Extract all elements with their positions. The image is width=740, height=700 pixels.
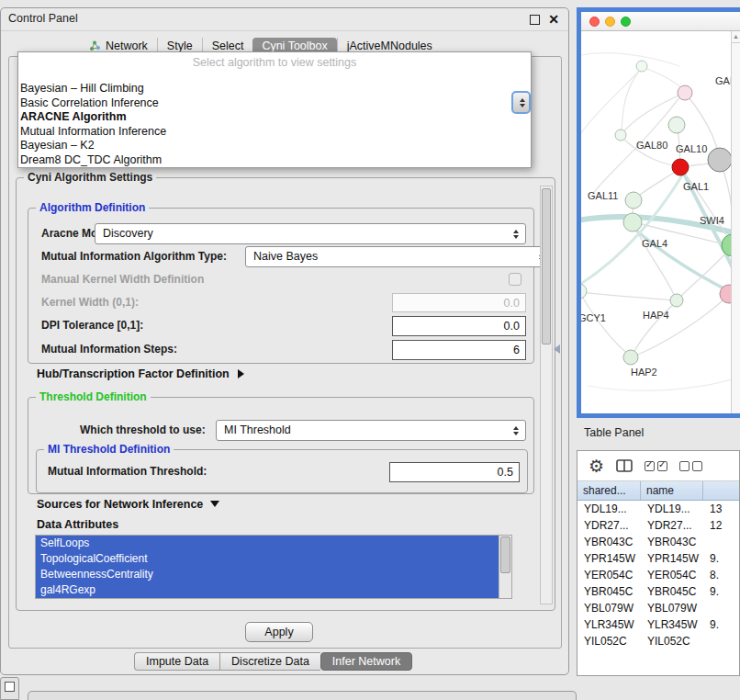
network-node[interactable] [678,85,692,100]
mi-algorithm-type-combobox[interactable]: Naive Bayes [245,246,552,267]
network-canvas[interactable]: GAL7GAL80GAL10GAL11GAL1SWI4GAL4GCY1HAP4H… [581,31,740,413]
algorithm-option[interactable]: Basic Correlation Inference [18,96,531,111]
minimize-traffic-light[interactable] [605,17,615,27]
algorithm-option[interactable]: Dream8 DC_TDC Algorithm [18,153,531,168]
scroll-up-icon[interactable]: ▲ [732,31,740,43]
node-label: GAL80 [636,140,667,151]
table-row[interactable]: YER054CYER054C8. [577,567,739,583]
network-node[interactable] [672,159,689,175]
network-edge[interactable] [581,53,679,66]
algorithm-option[interactable]: Mutual Information Inference [18,125,531,140]
network-node[interactable] [623,350,638,365]
network-node[interactable] [636,61,647,72]
column-header[interactable]: name [641,481,703,500]
table-header: shared...name [577,481,739,501]
data-attribute-item[interactable]: BetweennessCentrality [36,567,499,582]
table-cell: YLR345W [577,616,641,633]
table-panel-window: ⚙ shared...name YDL19...YDL19...13YDR27.… [577,450,740,676]
tab-impute-data[interactable]: Impute Data [134,652,219,671]
zoom-traffic-light[interactable] [621,17,631,27]
table-row[interactable]: YLR345WYLR345W9. [577,616,739,633]
checked-box-icon [657,461,667,471]
apply-button[interactable]: Apply [245,622,313,642]
combobox-arrows-icon [513,230,519,239]
select-all-icon[interactable] [645,461,667,471]
close-icon[interactable]: ✕ [548,13,559,26]
list-scrollbar[interactable] [499,536,511,598]
desktop: Control Panel ✕ Network Style Select Cyn… [0,0,740,700]
dropdown-placeholder: Select algorithm to view settings [18,55,531,71]
network-edge[interactable] [581,292,629,355]
float-window-icon[interactable] [530,15,540,25]
columns-icon[interactable] [616,459,633,472]
settings-scrollbar[interactable] [540,186,553,604]
tab-infer-network[interactable]: Infer Network [320,652,412,671]
aracne-mode-combobox[interactable]: Discovery [95,223,526,244]
table-cell: YBR043C [641,534,703,550]
network-node[interactable] [708,148,732,172]
table-cell [703,633,739,649]
dpi-tolerance-field[interactable] [392,316,526,336]
manual-kernel-checkbox[interactable] [509,273,521,286]
hub-definition-toggle[interactable]: Hub/Transcription Factor Definition [37,367,244,380]
network-scrollbar[interactable]: ▲ [731,31,740,413]
network-svg[interactable]: GAL7GAL80GAL10GAL11GAL1SWI4GAL4GCY1HAP4H… [581,31,740,413]
algorithm-option[interactable]: Bayesian – K2 [18,139,531,153]
combobox-arrows-icon [520,98,525,107]
hub-definition-label: Hub/Transcription Factor Definition [37,367,230,380]
table-row[interactable]: YDR27...YDR27...12 [577,517,739,534]
algorithm-combobox-button[interactable] [511,91,531,114]
network-node[interactable] [625,192,642,209]
kernel-width-field[interactable] [392,293,526,312]
threshold-combobox[interactable]: MI Threshold [216,420,526,441]
table-row[interactable]: YBR045CYBR045C9. [577,583,739,600]
network-node[interactable] [670,294,683,307]
network-edge[interactable] [622,68,642,132]
table-cell: YIL052C [577,633,641,649]
network-node[interactable] [581,284,587,299]
algorithm-option[interactable]: ARACNE Algorithm [18,110,531,125]
sources-toggle[interactable]: Sources for Network Inference [37,498,219,511]
table-cell: YBL079W [641,600,703,616]
network-edge[interactable] [581,68,642,138]
table-row[interactable]: YDL19...YDL19...13 [577,501,739,517]
network-node[interactable] [668,117,685,133]
table-row[interactable]: YBL079WYBL079W [577,600,739,616]
table-cell: YIL052C [641,633,703,649]
column-header[interactable]: shared... [577,481,641,500]
table-cell: YBR043C [577,534,641,550]
table-row[interactable]: YIL052CYIL052C [577,633,739,649]
minimized-panel-icon[interactable] [0,677,19,700]
network-node[interactable] [623,213,642,231]
column-header[interactable] [703,481,739,500]
minimized-bar[interactable] [28,691,577,700]
network-node[interactable] [615,130,626,141]
settings-scrollbar-thumb[interactable] [542,188,551,344]
data-attribute-item[interactable]: TopologicalCoefficient [36,551,499,567]
mi-threshold-field[interactable] [389,462,520,482]
deselect-all-icon[interactable] [679,461,702,471]
list-scrollbar-thumb[interactable] [500,536,510,573]
close-traffic-light[interactable] [589,17,600,27]
table-cell: 13 [703,501,739,517]
table-row[interactable]: YBR043CYBR043C [577,534,739,550]
tab-label: Select [212,40,244,52]
mi-threshold-label: Mutual Information Threshold: [48,465,207,478]
table-cell: 8. [703,567,739,583]
control-panel-titlebar[interactable]: Control Panel ✕ [1,8,568,31]
network-edge[interactable] [581,292,674,300]
panel-resize-arrow-icon[interactable] [554,344,560,354]
network-edge[interactable] [634,169,679,199]
data-attribute-item[interactable]: gal4RGexp [36,582,499,598]
network-edge[interactable] [643,67,683,89]
combobox-arrows-icon [513,426,519,435]
gear-icon[interactable]: ⚙ [589,457,604,475]
data-attribute-item[interactable]: SelfLoops [36,536,499,551]
network-window-titlebar[interactable] [581,12,740,31]
mi-steps-field[interactable] [392,340,526,360]
tab-discretize-data[interactable]: Discretize Data [219,652,320,671]
algorithm-option[interactable]: Bayesian – Hill Climbing [18,82,531,96]
table-row[interactable]: YPR145WYPR145W9. [577,550,739,567]
cyni-algorithm-settings-group: Cyni Algorithm Settings Algorithm Defini… [16,177,555,611]
network-edge[interactable] [588,377,740,390]
